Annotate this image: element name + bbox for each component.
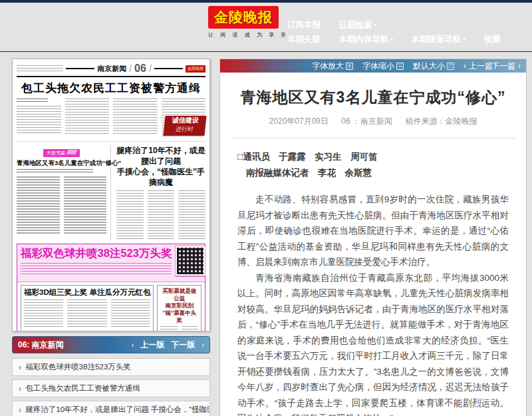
article-byline: □通讯员 于露露 实习生 周可笛 南报融媒体记者 李花 余斯慧 <box>237 149 509 181</box>
chevron-down-icon: ▾ <box>374 22 376 28</box>
current-page-label: 06: 南京新闻 <box>18 339 64 351</box>
thumb-article3: 腿疼治了10年不好，或是腰出了问题 手摸心会，“怪咖医生”手摘病魔 <box>116 145 205 240</box>
qr-code <box>176 246 205 276</box>
thumb-section-name: 南京新闻 <box>97 64 126 74</box>
page-navigation-bar: 06: 南京新闻 ‹ 上一版 下一版 › <box>12 336 210 353</box>
nav-favorite[interactable]: 收藏 <box>484 34 501 45</box>
nav-front-page[interactable]: 本期头版 <box>287 34 321 45</box>
zoom-in-icon: + <box>346 63 353 70</box>
nav-row-1: 订阅本报 | 日期检索▾ <box>287 17 501 32</box>
thumb-article2: 大爱无疆 青海地区又有3名儿童在宁成功“修心” <box>17 145 111 240</box>
nav-layout-guide[interactable]: 本期版面导航 <box>412 34 462 45</box>
logo-slogan: 让 阅 读 成 为 享 受 <box>208 31 279 39</box>
next-page-link[interactable]: 下一版 <box>171 339 195 351</box>
default-size-icon: □ <box>447 63 454 70</box>
list-arrow-icon: › <box>19 362 21 372</box>
thumb-middle-section: 大爱无疆 青海地区又有3名儿童在宁成功“修心” 腿疼治了10年不好，或是腰出了问… <box>17 141 205 240</box>
love-tag: 大爱无疆 <box>43 149 80 157</box>
byline-line-1: □通讯员 于露露 实习生 周可笛 <box>237 149 509 165</box>
chevron-down-icon: ▾ <box>390 37 393 43</box>
prev-arrow-icon: ‹ <box>132 341 134 349</box>
thumb-masthead: 南京新闻 / 06 / 金陵晚报 <box>17 63 205 77</box>
article-toolbar: 字体放大+ 字体缩小− 默认大小□ ‹ 上一篇 下一篇 › <box>220 59 526 73</box>
paragraph: 走不动路、特别容易感冒，直到9岁时的一次住院，藏族男孩华旦尼玛才被诊断出患有先天… <box>237 192 509 270</box>
article-list: › 福彩双色球井喷38注523万头奖 › 包工头拖欠农民工工资被警方通缉 › 腿… <box>12 358 210 416</box>
next-article-link[interactable]: 下一篇 <box>491 61 515 72</box>
thumb-article1-columns: 诚信建设 进行时 <box>17 99 205 136</box>
brand: 金陵晚报 让 阅 读 成 为 享 受 <box>208 6 279 39</box>
site-header: 金陵晚报 让 阅 读 成 为 享 受 订阅本报 | 日期检索▾ 本期头版 | 本… <box>0 0 532 52</box>
paragraph: 青海省海南藏族自治州位于青藏高原东北部，平均海拔3000米以上。同时，高原地区因… <box>237 270 509 416</box>
font-zoom-out-button[interactable]: 字体缩小− <box>362 61 404 72</box>
article-meta: 2020年07月09日 06 ：南京新闻 稿件来源：金陵晚报 <box>237 116 509 127</box>
list-item[interactable]: › 包工头拖欠农民工工资被警方通缉 <box>12 379 210 397</box>
nav-row-2: 本期头版 | 本期内容导航▾ | 本期版面导航▾ | 收藏 <box>287 32 501 47</box>
thumb-article4: 福彩3D组三奖上奖 单注瓜分万元红包 <box>21 285 154 331</box>
thumb-headline-left[interactable]: 青海地区又有3名儿童在宁成功“修心” <box>17 159 106 168</box>
article-body: 走不动路、特别容易感冒，直到9岁时的一次住院，藏族男孩华旦尼玛才被诊断出患有先天… <box>237 192 509 416</box>
nav-separator: | <box>329 35 331 44</box>
prev-article-link[interactable]: 上一篇 <box>469 61 493 72</box>
article-panel: 字体放大+ 字体缩小− 默认大小□ ‹ 上一篇 下一篇 › 青海地区又有3名儿童… <box>219 59 527 416</box>
thumb-brand-mini-logo: 金陵晚报 <box>186 65 205 73</box>
article-section: 06 ：南京新闻 <box>341 116 392 126</box>
thumb-headline-main[interactable]: 包工头拖欠农民工工资被警方通缉 <box>17 81 205 96</box>
nav-separator: | <box>401 35 403 44</box>
prev-arrow-icon: ‹ <box>464 61 466 71</box>
nav-separator: | <box>329 20 331 29</box>
list-arrow-icon: › <box>19 383 21 393</box>
font-default-button[interactable]: 默认大小□ <box>413 61 454 72</box>
header-nav: 订阅本报 | 日期检索▾ 本期头版 | 本期内容导航▾ | 本期版面导航▾ | … <box>287 17 501 47</box>
newspaper-page-thumbnail[interactable]: 南京新闻 / 06 / 金陵晚报 包工头拖欠农民工工资被警方通缉 诚信建设 进行… <box>12 59 210 331</box>
list-arrow-icon: › <box>19 405 21 415</box>
chevron-down-icon: ▾ <box>464 37 466 43</box>
nav-subscribe[interactable]: 订阅本报 <box>287 19 321 31</box>
nav-separator: | <box>474 35 476 44</box>
article-title: 青海地区又有3名儿童在宁成功“修心” <box>237 87 509 108</box>
next-arrow-icon: › <box>518 61 521 71</box>
thumb-article5: 买彩票就是做公益 南京彩民刮“福”票喜中头奖 <box>157 285 201 331</box>
list-item[interactable]: › 腿疼治了10年不好，或是腰出了问题 手摸心会，“怪咖医生”手摘病魔 <box>12 401 210 416</box>
nav-date-search[interactable]: 日期检索 <box>338 19 372 31</box>
masthead-contact-text <box>17 65 63 72</box>
list-item[interactable]: › 福彩双色球井喷38注523万头奖 <box>12 358 210 376</box>
thumb-page-number: 06 <box>134 63 146 75</box>
byline-line-2: 南报融媒体记者 李花 余斯慧 <box>237 165 509 181</box>
nav-content-guide[interactable]: 本期内容导航 <box>338 34 388 45</box>
prev-page-link[interactable]: 上一版 <box>140 339 164 351</box>
zoom-out-icon: − <box>396 63 404 70</box>
divider <box>231 138 515 138</box>
integrity-campaign-badge: 诚信建设 进行时 <box>163 116 206 136</box>
thumb-headline-right[interactable]: 腿疼治了10年不好，或是腰出了问题 手摸心会，“怪咖医生”手摘病魔 <box>116 145 205 188</box>
thumb-lottery-headline[interactable]: 福彩双色球井喷38注523万头奖 <box>21 246 172 261</box>
article-date: 2020年07月09日 <box>269 116 329 126</box>
article-source: 稿件来源：金陵晚报 <box>405 116 477 126</box>
qr-caption <box>176 276 205 279</box>
site-logo[interactable]: 金陵晚报 <box>208 6 279 29</box>
font-zoom-in-button[interactable]: 字体放大+ <box>312 61 353 72</box>
next-arrow-icon: › <box>201 341 204 349</box>
thumb-lottery-block: 福彩双色球井喷38注523万头奖 福彩3D组三奖上奖 单注瓜分万元红包 买彩票就… <box>17 244 205 331</box>
